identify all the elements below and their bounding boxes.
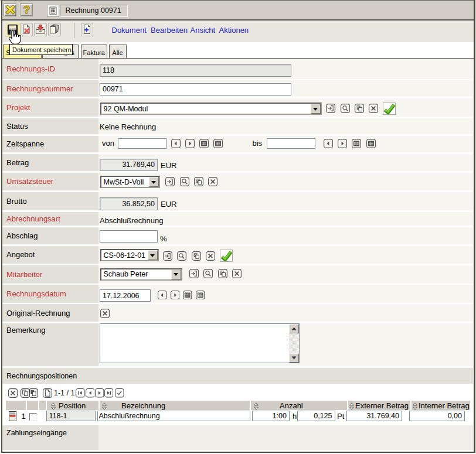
svg-text:?: ? <box>23 4 30 15</box>
